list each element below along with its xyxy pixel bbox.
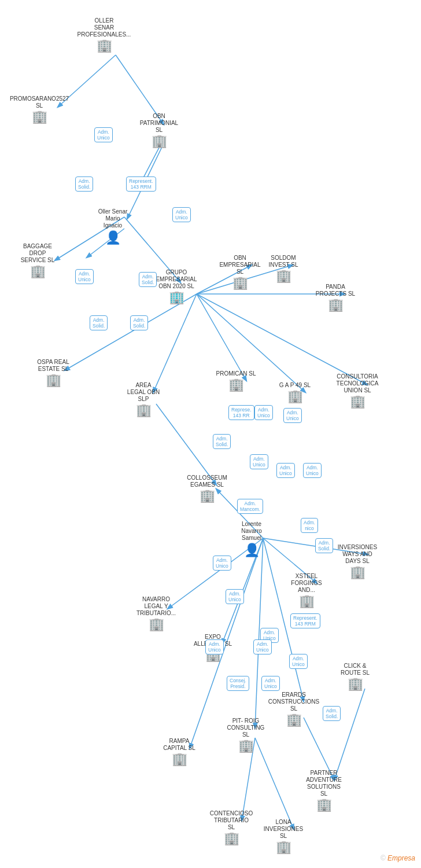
node-obn_patrimonial: OBN PATRIMONIAL SL🏢 (139, 113, 179, 148)
node-label: GRUPO EMPRESARIAL OBN 2020 SL (156, 269, 197, 290)
badge-b15[interactable]: Adm. Unico (303, 463, 322, 478)
badge-b23[interactable]: Adm. Unico (205, 639, 224, 654)
node-obn_empresarial: OBN EMPRESARIAL SL🏢 (220, 255, 260, 289)
badge-b4[interactable]: Adm. Unico (172, 207, 191, 222)
badge-b19[interactable]: Adm. Unico (213, 556, 231, 571)
building-icon[interactable]: 🏢 (328, 299, 344, 311)
node-panda_projects: PANDA PROJECTS SL🏢 (315, 284, 356, 311)
node-label: BAGGAGE DROP SERVICE SL (21, 243, 55, 264)
node-grupo_empresarial: GRUPO EMPRESARIAL OBN 2020 SL🏢 (156, 269, 197, 304)
building-icon[interactable]: 🏢 (228, 378, 244, 391)
badge-b16[interactable]: Adm. Mancom. (237, 499, 263, 514)
svg-line-11 (153, 294, 197, 392)
person-icon: 👤 (244, 543, 260, 558)
node-label: NAVARRO LEGAL Y TRIBUTARIO... (136, 596, 176, 617)
building-icon[interactable]: 🏢 (152, 135, 167, 148)
node-lona_inversiones: LONA INVERSIONES SL🏢 (263, 819, 304, 854)
svg-line-12 (65, 294, 197, 370)
building-icon[interactable]: 🏢 (169, 291, 184, 304)
building-icon[interactable]: 🏢 (232, 277, 248, 289)
badge-b18[interactable]: Adm. Solid. (315, 538, 333, 553)
person-icon: 👤 (105, 230, 121, 245)
node-label: SOLDOM INVEST SL (269, 255, 298, 269)
node-label: PROMICAN SL (216, 370, 256, 377)
watermark: © Empresa (381, 854, 415, 862)
badge-b13[interactable]: Adm. Unico (250, 454, 268, 469)
building-icon[interactable]: 🏢 (136, 404, 152, 417)
node-oller_senar_mario: Oller Senar Mario Ignacio👤 (93, 208, 133, 245)
building-icon[interactable]: 🏢 (286, 713, 302, 726)
building-icon[interactable]: 🏢 (30, 265, 46, 278)
badge-b10[interactable]: Adm. Unico (254, 405, 273, 420)
building-icon[interactable]: 🏢 (276, 841, 291, 854)
node-pit_roig: PIT- ROIG CONSULTING SL🏢 (226, 718, 266, 752)
building-icon[interactable]: 🏢 (32, 111, 47, 123)
node-inversiones_ways: INVERSIONES WAYS AND DAYS SL🏢 (337, 544, 378, 579)
node-label: LONA INVERSIONES SL (264, 819, 303, 840)
badge-b3[interactable]: Represent. 143 RRM (126, 176, 156, 192)
building-icon[interactable]: 🏢 (287, 390, 303, 403)
building-icon[interactable]: 🏢 (97, 39, 112, 52)
building-icon[interactable]: 🏢 (316, 799, 332, 811)
node-ospa_real: OSPA REAL ESTATE SL🏢 (33, 359, 73, 387)
node-label: G A P 49 SL (279, 382, 311, 389)
badge-b9[interactable]: Represe. 143 RR (228, 405, 254, 420)
node-label: INVERSIONES WAYS AND DAYS SL (338, 544, 377, 565)
node-consultoria_tec: CONSULTORIA TECNOLOGICA UNION SL🏢 (337, 373, 378, 408)
badge-b28[interactable]: Adm. Unico (253, 639, 272, 654)
node-label: ERARDS CONSTRUCCIONS SL (268, 692, 319, 712)
node-navarro_legal: NAVARRO LEGAL Y TRIBUTARIO...🏢 (136, 596, 176, 631)
node-label: OBN EMPRESARIAL SL (219, 255, 260, 275)
node-gap49: G A P 49 SL🏢 (275, 382, 315, 403)
node-xsteel: XSTEEL FORGINGS AND...🏢 (286, 573, 327, 608)
node-contencioso: CONTENCIOSO TRIBUTARIO SL🏢 (211, 810, 252, 845)
node-oller_senar_prof: OLLER SENAR PROFESIONALES...🏢 (84, 17, 124, 52)
node-label: CONSULTORIA TECNOLOGICA UNION SL (337, 373, 379, 394)
node-label: PARTNER ADVENTURE SOLUTIONS SL (304, 770, 344, 797)
badge-b11[interactable]: Adm. Unico (283, 408, 302, 423)
badge-b21[interactable]: Represent. 143 RRM (290, 613, 320, 628)
badge-b20[interactable]: Adm. Unico (226, 589, 244, 604)
node-promican: PROMICAN SL🏢 (216, 370, 256, 391)
node-lorente_navarro: Lorente Navarro Samuel👤 (231, 521, 272, 558)
badge-b1[interactable]: Adm. Unico (94, 127, 113, 142)
node-area_legal: AREA LEGAL OBN SLP🏢 (123, 382, 164, 417)
badge-b26[interactable]: Adm. Unico (261, 676, 280, 691)
badge-b17[interactable]: Adm. nico (301, 518, 318, 533)
building-icon[interactable]: 🏢 (350, 395, 365, 408)
connections-svg (0, 0, 421, 868)
node-label: OLLER SENAR PROFESIONALES... (77, 17, 131, 38)
svg-line-13 (197, 294, 246, 381)
node-collosseum: COLLOSSEUM EGAMES SL🏢 (187, 475, 227, 502)
building-icon[interactable]: 🏢 (224, 832, 239, 845)
node-partner_adventure: PARTNER ADVENTURE SOLUTIONS SL🏢 (304, 770, 344, 811)
building-icon[interactable]: 🏢 (46, 374, 61, 387)
building-icon[interactable]: 🏢 (200, 490, 215, 502)
badge-b27[interactable]: Adm. Solid. (323, 706, 341, 721)
badge-b7[interactable]: Adm. Solid. (90, 315, 108, 330)
node-label: PROMOSARANO2527 SL (10, 95, 69, 109)
node-label: CONTENCIOSO TRIBUTARIO SL (210, 810, 253, 831)
building-icon[interactable]: 🏢 (238, 740, 254, 752)
building-icon[interactable]: 🏢 (149, 618, 164, 631)
node-promosarano: PROMOSARANO2527 SL🏢 (19, 95, 60, 123)
badge-b2[interactable]: Adm. Solid. (75, 176, 93, 192)
badge-b5[interactable]: Adm. Unico (75, 269, 94, 284)
badge-b24[interactable]: Adm. Unico (289, 654, 308, 669)
building-icon[interactable]: 🏢 (348, 678, 363, 690)
building-icon[interactable]: 🏢 (299, 595, 315, 608)
node-label: PANDA PROJECTS SL (316, 284, 355, 297)
building-icon[interactable]: 🏢 (350, 566, 365, 579)
badge-b8[interactable]: Adm. Solid. (130, 315, 148, 330)
node-label: COLLOSSEUM EGAMES SL (187, 475, 227, 488)
node-click_route: CLICK & ROUTE SL🏢 (335, 663, 375, 690)
badge-b14[interactable]: Adm. Unico (276, 463, 295, 478)
badge-b6[interactable]: Adm. Solid. (139, 272, 157, 287)
badge-b12[interactable]: Adm. Solid. (213, 434, 231, 449)
graph-container: © Empresa OLLER SENAR PROFESIONALES...🏢P… (0, 0, 421, 868)
building-icon[interactable]: 🏢 (172, 753, 187, 766)
building-icon[interactable]: 🏢 (276, 270, 291, 282)
node-label: OSPA REAL ESTATE SL (37, 359, 69, 373)
svg-line-16 (156, 404, 216, 485)
badge-b25[interactable]: Consej. Presid. (227, 676, 249, 691)
